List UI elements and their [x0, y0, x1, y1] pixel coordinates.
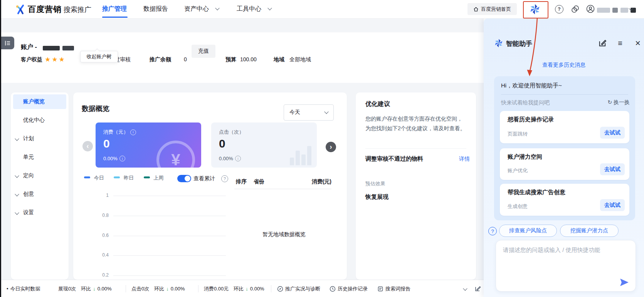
- suggestion-tag: 账户优化: [508, 167, 528, 174]
- legend-today-dash-icon: [84, 176, 90, 178]
- link-live-diagnosis[interactable]: 推广实况与诊断: [277, 280, 320, 297]
- y-tick: 1: [93, 193, 109, 198]
- statusbar-collapse-chevron-icon[interactable]: [463, 286, 467, 290]
- chevron-down-icon: [15, 192, 19, 196]
- prompt-hint: 快来试着给我提问吧: [501, 99, 550, 106]
- chevron-left-icon: ‹: [87, 143, 89, 149]
- recharge-button[interactable]: 充值: [192, 45, 215, 58]
- account-name-redacted-blob: [43, 44, 74, 51]
- sidebar-item-optimize-center[interactable]: 优化中心: [13, 113, 66, 128]
- carousel-prev-button[interactable]: ‹: [82, 141, 93, 151]
- refresh-suggestions-button[interactable]: ↻ 换一换: [607, 99, 630, 106]
- chevron-right-icon: ›: [330, 143, 332, 150]
- refresh-label: 换一换: [614, 99, 630, 105]
- link-search-term-report[interactable]: 搜索词报告: [377, 280, 410, 297]
- metric-card-cost[interactable]: 消费（元） i 0 0.00% i ¥: [96, 122, 201, 168]
- view-more-history-link[interactable]: 查看更多历史消息: [484, 62, 644, 69]
- collapse-account-tree-button[interactable]: [1, 37, 14, 49]
- overview-title: 数据概览: [82, 104, 109, 113]
- quick-action-potential-button[interactable]: 挖掘账户潜力点: [560, 225, 619, 237]
- budget-label: 预算: [225, 56, 236, 63]
- separator: [198, 285, 198, 292]
- send-icon[interactable]: [619, 277, 629, 287]
- assistant-welcome-card: Hi，欢迎使用智能助手~ 快来试着给我提问吧 ↻ 换一换 想看历史操作记录 页面…: [494, 76, 635, 220]
- tab-data-report[interactable]: 数据报告: [143, 5, 168, 13]
- question-icon[interactable]: ?: [221, 175, 228, 182]
- edit-icon[interactable]: [474, 285, 481, 292]
- tab-tool-center[interactable]: 工具中心: [237, 5, 261, 13]
- sidebar-item-plan[interactable]: 计划: [13, 131, 66, 146]
- budget-value: 100.00: [240, 56, 257, 62]
- avatar-icon[interactable]: [586, 5, 595, 13]
- info-icon: i: [119, 156, 125, 161]
- close-icon[interactable]: ×: [633, 39, 642, 48]
- advice-title: 优化建议: [365, 100, 390, 108]
- account-title: 账户 -: [21, 43, 37, 51]
- account-header: 账户 - 收起账户树 客户权益 ★★★ 状态 ● 未通过审核 推广余额 0 充值…: [1, 32, 484, 83]
- metric-label: 消费（元）: [103, 129, 128, 136]
- view-cumulative-label: 查看累计: [193, 175, 215, 182]
- advice-item2-title[interactable]: 恢复展现: [365, 193, 388, 201]
- sidebar-item-settings[interactable]: 设置: [13, 205, 66, 220]
- table-header-cost: 消费(元): [289, 178, 331, 185]
- quick-action-risk-button[interactable]: 排查账户风险点: [499, 225, 557, 237]
- sidebar-item-unit[interactable]: 单元: [13, 150, 66, 164]
- app-window: 百度营销 搜索推广 推广管理 数据报告 资产中心 工具中心 百度营销首页: [0, 0, 644, 297]
- legend-lastweek-label[interactable]: 上周: [153, 175, 163, 181]
- balance-label: 推广余额: [150, 56, 171, 63]
- suggestion-title: 账户潜力空间: [508, 153, 542, 161]
- help-icon[interactable]: ?: [555, 5, 563, 13]
- report-icon: [377, 286, 383, 292]
- suggestion-card-history[interactable]: 想看历史操作记录 页面跳转 去试试: [500, 111, 629, 143]
- trend-down-icon: ↓: [166, 286, 169, 292]
- tree-toggle-icon: [4, 40, 11, 47]
- legend-yesterday-label[interactable]: 昨日: [124, 175, 134, 181]
- advice-detail-link[interactable]: 详情: [459, 156, 470, 163]
- assistant-icon-highlight-box: [523, 1, 548, 18]
- date-range-dropdown[interactable]: 今天: [284, 104, 334, 121]
- carousel-next-button[interactable]: ›: [326, 142, 336, 152]
- metric-cost: 消费0.00元 环比 ↓ 0.00%: [204, 280, 264, 297]
- y-tick: 0.4: [93, 252, 109, 258]
- y-tick: 0.6: [93, 233, 109, 238]
- suggestion-card-potential[interactable]: 账户潜力空间 账户优化 去试试: [500, 148, 629, 180]
- realtime-statusbar: • 今日实时数据 展现0次 环比 ↓ 0.00% 点击0次 环比 ↓ 0.00%…: [1, 280, 484, 297]
- sidebar-item-label: 优化中心: [23, 117, 45, 124]
- assistant-input[interactable]: [502, 246, 627, 280]
- legend-today-label[interactable]: 今日: [94, 175, 104, 181]
- bar-chart-watermark-icon: [290, 146, 311, 165]
- recharge-label: 充值: [198, 48, 209, 55]
- region-value: 全部地域: [289, 56, 311, 63]
- chevron-down-icon: [15, 210, 19, 215]
- region-label: 地域: [274, 56, 284, 63]
- new-chat-icon[interactable]: [598, 39, 607, 48]
- menu-icon[interactable]: ≡: [615, 39, 625, 48]
- sidebar-item-label: 账户概览: [23, 98, 45, 105]
- try-it-button[interactable]: 去试试: [600, 199, 625, 211]
- metric-card-clicks[interactable]: 点击（次） 0 0.00% i: [211, 122, 317, 168]
- sidebar-item-label: 定向: [23, 172, 34, 179]
- advice-divider: [365, 148, 466, 149]
- metric-rate: 0.00%: [219, 156, 233, 161]
- suggestion-card-creative[interactable]: 帮我生成搜索广告创意 生成创意 去试试: [500, 184, 629, 216]
- tab-promotion-manage[interactable]: 推广管理: [102, 5, 127, 13]
- tab-asset-center[interactable]: 资产中心: [184, 5, 209, 13]
- metric-label: 点击（次）: [219, 129, 244, 136]
- multi-account-icon[interactable]: [571, 5, 579, 13]
- advice-item-title[interactable]: 调整审核不通过的物料: [365, 154, 439, 163]
- link-operation-history[interactable]: 历史操作记录: [330, 280, 368, 297]
- chevron-down-icon: [15, 173, 19, 178]
- try-it-button[interactable]: 去试试: [600, 127, 625, 139]
- sidebar-item-targeting[interactable]: 定向: [13, 168, 66, 183]
- view-cumulative-toggle[interactable]: [177, 175, 191, 182]
- active-tab-underline: [102, 17, 128, 18]
- try-it-button[interactable]: 去试试: [600, 163, 625, 175]
- sidebar-item-account-overview[interactable]: 账户概览: [13, 94, 66, 109]
- baidu-marketing-logo-icon: [15, 3, 26, 15]
- sidebar: 账户概览 优化中心 计划 单元 定向 创意 设置: [11, 92, 69, 280]
- collapse-tree-tooltip: 收起账户树: [80, 51, 118, 62]
- marketing-home-button[interactable]: 百度营销首页: [467, 3, 517, 15]
- quick-action-help-icon[interactable]: ?: [488, 227, 497, 235]
- assistant-pinwheel-icon: [494, 38, 504, 48]
- sidebar-item-creative[interactable]: 创意: [13, 187, 66, 201]
